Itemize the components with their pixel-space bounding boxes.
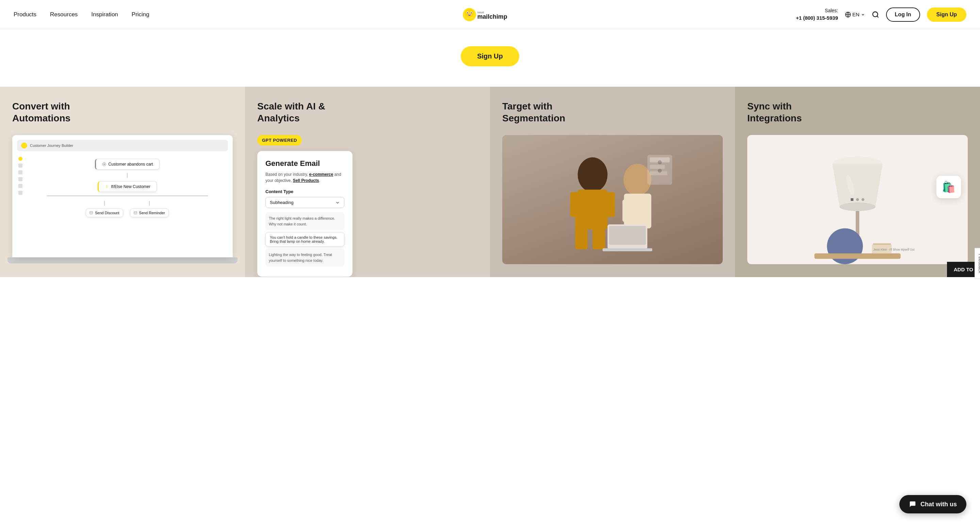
automations-panel: Convert with Automations Customer Journe… bbox=[0, 87, 245, 277]
people-illustration bbox=[502, 135, 723, 264]
ai-card-title: Generate Email bbox=[266, 159, 344, 168]
node2-label: If/Else New Customer bbox=[111, 184, 150, 189]
nav-right: Sales: +1 (800) 315-5939 EN Log In Sign … bbox=[796, 8, 966, 22]
nav-links-left: Products Resources Inspiration Pricing bbox=[14, 11, 150, 18]
svg-rect-20 bbox=[570, 192, 580, 217]
svg-text:Jessi Klein · I'll Show Myself: Jessi Klein · I'll Show Myself Out bbox=[873, 248, 915, 251]
shopify-badge: 🛍️ bbox=[937, 176, 961, 198]
laptop-base bbox=[8, 257, 237, 264]
svg-text:mailchimp: mailchimp bbox=[477, 13, 508, 20]
content-type-label: Content Type bbox=[266, 189, 344, 194]
play-icon bbox=[102, 162, 106, 166]
segmentation-heading: Target with Segmentation bbox=[502, 100, 591, 124]
automations-heading: Convert with Automations bbox=[12, 100, 101, 124]
nav-inspiration[interactable]: Inspiration bbox=[91, 11, 118, 18]
integrations-panel: Sync with Integrations Jessi Klein · I'l… bbox=[735, 87, 980, 277]
svg-rect-31 bbox=[650, 165, 665, 169]
envelope-icon-2 bbox=[134, 211, 137, 214]
feedback-tab[interactable]: Feedback bbox=[975, 248, 980, 277]
svg-rect-18 bbox=[575, 214, 588, 249]
login-button[interactable]: Log In bbox=[886, 8, 920, 22]
carousel-dots bbox=[851, 198, 864, 201]
language-selector[interactable]: EN bbox=[845, 11, 865, 17]
ai-panel: Scale with AI & Analytics GPT POWERED Ge… bbox=[245, 87, 490, 277]
automation-mockup: Customer Journey Builder Customer abando… bbox=[12, 135, 233, 257]
nav-resources[interactable]: Resources bbox=[50, 11, 78, 18]
svg-point-38 bbox=[827, 228, 863, 264]
node4-label: Send Reminder bbox=[139, 211, 165, 215]
envelope-icon bbox=[89, 211, 93, 214]
signup-hero-button[interactable]: Sign Up bbox=[461, 46, 519, 66]
svg-rect-24 bbox=[622, 200, 631, 222]
ai-card: Generate Email Based on your industry, e… bbox=[257, 151, 353, 277]
svg-point-16 bbox=[578, 157, 608, 192]
svg-rect-41 bbox=[873, 243, 891, 245]
svg-point-6 bbox=[471, 12, 472, 13]
sell-link[interactable]: Sell Products bbox=[293, 178, 319, 183]
gpt-badge: GPT POWERED bbox=[257, 135, 302, 146]
logo[interactable]: intuit mailchimp bbox=[460, 6, 520, 23]
node1-label: Customer abandons cart bbox=[108, 162, 153, 167]
nav-products[interactable]: Products bbox=[14, 11, 37, 18]
segmentation-panel: Target with Segmentation bbox=[490, 87, 735, 277]
mockup-topbar: Customer Journey Builder bbox=[17, 140, 228, 151]
search-icon[interactable] bbox=[872, 11, 879, 18]
hero-section: Sign Up bbox=[0, 29, 980, 87]
ai-tooltip: You can't hold a candle to these savings… bbox=[266, 232, 344, 246]
select-value: Subheading bbox=[270, 200, 293, 205]
svg-point-36 bbox=[840, 202, 875, 211]
connector-1 bbox=[127, 173, 127, 178]
ai-text-2: Lighting the way to feeling good. Treat … bbox=[266, 249, 344, 267]
svg-marker-13 bbox=[104, 163, 105, 165]
svg-point-5 bbox=[467, 12, 468, 13]
svg-rect-19 bbox=[593, 214, 605, 249]
topbar-icon bbox=[21, 143, 27, 149]
svg-point-33 bbox=[658, 160, 662, 165]
svg-point-11 bbox=[872, 11, 878, 17]
ecommerce-link[interactable]: e-commerce bbox=[309, 172, 334, 177]
ai-text-1: The right light really makes a differenc… bbox=[266, 212, 344, 230]
content-type-select[interactable]: Subheading bbox=[266, 197, 344, 208]
node3-label: Send Discount bbox=[95, 211, 119, 215]
nav-pricing[interactable]: Pricing bbox=[132, 11, 150, 18]
branch-icon bbox=[105, 185, 109, 189]
node-ifelse: If/Else New Customer bbox=[98, 181, 157, 192]
branch-reminder: Send Reminder bbox=[130, 201, 169, 217]
svg-rect-28 bbox=[603, 248, 652, 251]
integrations-heading: Sync with Integrations bbox=[747, 100, 836, 124]
signup-nav-button[interactable]: Sign Up bbox=[927, 8, 966, 22]
chevron-down-icon bbox=[861, 13, 865, 17]
shopify-icon: 🛍️ bbox=[942, 181, 956, 193]
svg-point-22 bbox=[624, 164, 651, 196]
svg-point-34 bbox=[658, 169, 662, 173]
svg-rect-21 bbox=[605, 192, 615, 217]
ai-card-desc: Based on your industry, e-commerce and y… bbox=[266, 171, 344, 184]
chevron-down-select-icon bbox=[335, 200, 340, 205]
svg-point-7 bbox=[467, 13, 471, 16]
svg-rect-27 bbox=[609, 226, 646, 245]
svg-rect-39 bbox=[814, 253, 900, 259]
topbar-label: Customer Journey Builder bbox=[30, 143, 73, 148]
features-section: Convert with Automations Customer Journe… bbox=[0, 87, 980, 277]
svg-rect-25 bbox=[641, 200, 649, 222]
node-abandon-cart: Customer abandons cart bbox=[95, 159, 159, 170]
ai-heading: Scale with AI & Analytics bbox=[257, 100, 346, 124]
navbar: Products Resources Inspiration Pricing i… bbox=[0, 0, 980, 29]
globe-icon bbox=[845, 11, 851, 17]
branch-discount: Send Discount bbox=[86, 201, 123, 217]
sales-info: Sales: +1 (800) 315-5939 bbox=[796, 8, 838, 21]
